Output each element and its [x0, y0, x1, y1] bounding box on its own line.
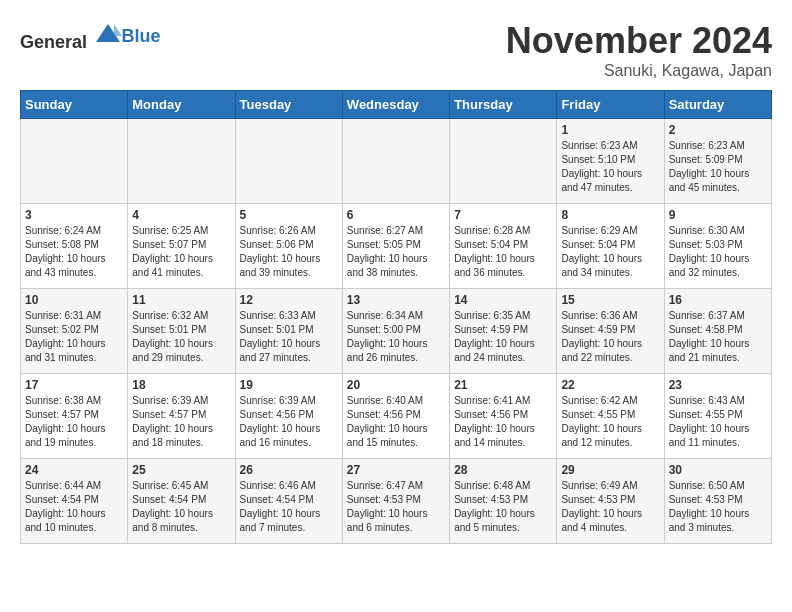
calendar-week-row: 1Sunrise: 6:23 AM Sunset: 5:10 PM Daylig…	[21, 119, 772, 204]
day-info: Sunrise: 6:23 AM Sunset: 5:10 PM Dayligh…	[561, 139, 659, 195]
calendar-cell: 24Sunrise: 6:44 AM Sunset: 4:54 PM Dayli…	[21, 459, 128, 544]
day-info: Sunrise: 6:29 AM Sunset: 5:04 PM Dayligh…	[561, 224, 659, 280]
calendar-cell: 12Sunrise: 6:33 AM Sunset: 5:01 PM Dayli…	[235, 289, 342, 374]
day-info: Sunrise: 6:35 AM Sunset: 4:59 PM Dayligh…	[454, 309, 552, 365]
calendar-cell: 21Sunrise: 6:41 AM Sunset: 4:56 PM Dayli…	[450, 374, 557, 459]
day-info: Sunrise: 6:34 AM Sunset: 5:00 PM Dayligh…	[347, 309, 445, 365]
day-number: 20	[347, 378, 445, 392]
calendar-cell	[21, 119, 128, 204]
calendar-cell: 6Sunrise: 6:27 AM Sunset: 5:05 PM Daylig…	[342, 204, 449, 289]
calendar-cell: 19Sunrise: 6:39 AM Sunset: 4:56 PM Dayli…	[235, 374, 342, 459]
weekday-header-row: SundayMondayTuesdayWednesdayThursdayFrid…	[21, 91, 772, 119]
day-info: Sunrise: 6:40 AM Sunset: 4:56 PM Dayligh…	[347, 394, 445, 450]
day-info: Sunrise: 6:30 AM Sunset: 5:03 PM Dayligh…	[669, 224, 767, 280]
day-number: 1	[561, 123, 659, 137]
day-number: 5	[240, 208, 338, 222]
calendar-cell: 4Sunrise: 6:25 AM Sunset: 5:07 PM Daylig…	[128, 204, 235, 289]
day-number: 16	[669, 293, 767, 307]
day-number: 23	[669, 378, 767, 392]
calendar-cell: 8Sunrise: 6:29 AM Sunset: 5:04 PM Daylig…	[557, 204, 664, 289]
calendar-cell: 15Sunrise: 6:36 AM Sunset: 4:59 PM Dayli…	[557, 289, 664, 374]
day-info: Sunrise: 6:49 AM Sunset: 4:53 PM Dayligh…	[561, 479, 659, 535]
day-info: Sunrise: 6:26 AM Sunset: 5:06 PM Dayligh…	[240, 224, 338, 280]
calendar-cell: 2Sunrise: 6:23 AM Sunset: 5:09 PM Daylig…	[664, 119, 771, 204]
day-info: Sunrise: 6:48 AM Sunset: 4:53 PM Dayligh…	[454, 479, 552, 535]
day-info: Sunrise: 6:39 AM Sunset: 4:57 PM Dayligh…	[132, 394, 230, 450]
day-number: 4	[132, 208, 230, 222]
day-number: 9	[669, 208, 767, 222]
calendar-cell: 26Sunrise: 6:46 AM Sunset: 4:54 PM Dayli…	[235, 459, 342, 544]
calendar-cell: 27Sunrise: 6:47 AM Sunset: 4:53 PM Dayli…	[342, 459, 449, 544]
day-number: 17	[25, 378, 123, 392]
svg-marker-1	[114, 24, 122, 36]
month-title: November 2024	[506, 20, 772, 62]
logo-general-text: General	[20, 32, 87, 52]
day-number: 14	[454, 293, 552, 307]
calendar-cell: 18Sunrise: 6:39 AM Sunset: 4:57 PM Dayli…	[128, 374, 235, 459]
calendar-week-row: 17Sunrise: 6:38 AM Sunset: 4:57 PM Dayli…	[21, 374, 772, 459]
day-number: 28	[454, 463, 552, 477]
calendar-cell: 3Sunrise: 6:24 AM Sunset: 5:08 PM Daylig…	[21, 204, 128, 289]
day-info: Sunrise: 6:33 AM Sunset: 5:01 PM Dayligh…	[240, 309, 338, 365]
day-number: 6	[347, 208, 445, 222]
day-info: Sunrise: 6:47 AM Sunset: 4:53 PM Dayligh…	[347, 479, 445, 535]
day-number: 18	[132, 378, 230, 392]
day-info: Sunrise: 6:45 AM Sunset: 4:54 PM Dayligh…	[132, 479, 230, 535]
calendar-cell: 1Sunrise: 6:23 AM Sunset: 5:10 PM Daylig…	[557, 119, 664, 204]
weekday-header: Saturday	[664, 91, 771, 119]
calendar-cell: 13Sunrise: 6:34 AM Sunset: 5:00 PM Dayli…	[342, 289, 449, 374]
logo-blue-text: Blue	[122, 26, 161, 46]
day-info: Sunrise: 6:31 AM Sunset: 5:02 PM Dayligh…	[25, 309, 123, 365]
day-number: 2	[669, 123, 767, 137]
day-number: 15	[561, 293, 659, 307]
weekday-header: Sunday	[21, 91, 128, 119]
day-info: Sunrise: 6:23 AM Sunset: 5:09 PM Dayligh…	[669, 139, 767, 195]
day-info: Sunrise: 6:39 AM Sunset: 4:56 PM Dayligh…	[240, 394, 338, 450]
day-info: Sunrise: 6:24 AM Sunset: 5:08 PM Dayligh…	[25, 224, 123, 280]
day-number: 22	[561, 378, 659, 392]
location-subtitle: Sanuki, Kagawa, Japan	[506, 62, 772, 80]
day-number: 26	[240, 463, 338, 477]
day-info: Sunrise: 6:36 AM Sunset: 4:59 PM Dayligh…	[561, 309, 659, 365]
calendar-cell: 16Sunrise: 6:37 AM Sunset: 4:58 PM Dayli…	[664, 289, 771, 374]
calendar-cell: 28Sunrise: 6:48 AM Sunset: 4:53 PM Dayli…	[450, 459, 557, 544]
day-info: Sunrise: 6:32 AM Sunset: 5:01 PM Dayligh…	[132, 309, 230, 365]
calendar-cell: 30Sunrise: 6:50 AM Sunset: 4:53 PM Dayli…	[664, 459, 771, 544]
weekday-header: Wednesday	[342, 91, 449, 119]
day-number: 25	[132, 463, 230, 477]
calendar-week-row: 24Sunrise: 6:44 AM Sunset: 4:54 PM Dayli…	[21, 459, 772, 544]
day-number: 12	[240, 293, 338, 307]
calendar-cell: 9Sunrise: 6:30 AM Sunset: 5:03 PM Daylig…	[664, 204, 771, 289]
day-info: Sunrise: 6:27 AM Sunset: 5:05 PM Dayligh…	[347, 224, 445, 280]
calendar-cell	[235, 119, 342, 204]
day-number: 11	[132, 293, 230, 307]
calendar-cell: 23Sunrise: 6:43 AM Sunset: 4:55 PM Dayli…	[664, 374, 771, 459]
day-number: 21	[454, 378, 552, 392]
day-info: Sunrise: 6:28 AM Sunset: 5:04 PM Dayligh…	[454, 224, 552, 280]
day-info: Sunrise: 6:38 AM Sunset: 4:57 PM Dayligh…	[25, 394, 123, 450]
day-info: Sunrise: 6:25 AM Sunset: 5:07 PM Dayligh…	[132, 224, 230, 280]
calendar-week-row: 10Sunrise: 6:31 AM Sunset: 5:02 PM Dayli…	[21, 289, 772, 374]
day-info: Sunrise: 6:42 AM Sunset: 4:55 PM Dayligh…	[561, 394, 659, 450]
day-number: 19	[240, 378, 338, 392]
calendar-cell	[342, 119, 449, 204]
weekday-header: Thursday	[450, 91, 557, 119]
calendar-cell: 14Sunrise: 6:35 AM Sunset: 4:59 PM Dayli…	[450, 289, 557, 374]
calendar-cell: 20Sunrise: 6:40 AM Sunset: 4:56 PM Dayli…	[342, 374, 449, 459]
calendar-cell: 5Sunrise: 6:26 AM Sunset: 5:06 PM Daylig…	[235, 204, 342, 289]
day-number: 30	[669, 463, 767, 477]
day-number: 8	[561, 208, 659, 222]
day-info: Sunrise: 6:37 AM Sunset: 4:58 PM Dayligh…	[669, 309, 767, 365]
calendar-table: SundayMondayTuesdayWednesdayThursdayFrid…	[20, 90, 772, 544]
day-info: Sunrise: 6:41 AM Sunset: 4:56 PM Dayligh…	[454, 394, 552, 450]
calendar-week-row: 3Sunrise: 6:24 AM Sunset: 5:08 PM Daylig…	[21, 204, 772, 289]
weekday-header: Friday	[557, 91, 664, 119]
calendar-cell: 7Sunrise: 6:28 AM Sunset: 5:04 PM Daylig…	[450, 204, 557, 289]
day-number: 7	[454, 208, 552, 222]
day-number: 13	[347, 293, 445, 307]
calendar-cell: 11Sunrise: 6:32 AM Sunset: 5:01 PM Dayli…	[128, 289, 235, 374]
day-number: 10	[25, 293, 123, 307]
calendar-cell: 10Sunrise: 6:31 AM Sunset: 5:02 PM Dayli…	[21, 289, 128, 374]
calendar-cell: 25Sunrise: 6:45 AM Sunset: 4:54 PM Dayli…	[128, 459, 235, 544]
calendar-cell: 22Sunrise: 6:42 AM Sunset: 4:55 PM Dayli…	[557, 374, 664, 459]
